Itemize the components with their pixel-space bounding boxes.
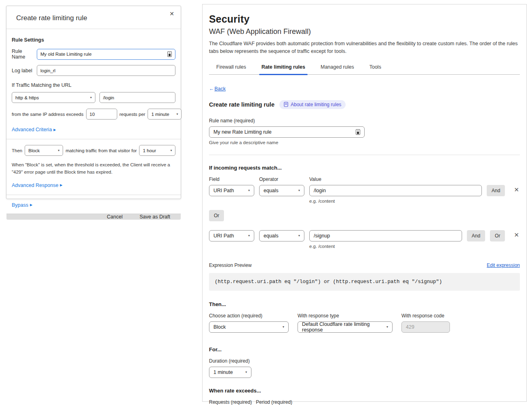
- back-link[interactable]: ← Back: [209, 86, 226, 92]
- remove-condition-icon[interactable]: ✕: [513, 230, 520, 239]
- divider: [6, 195, 181, 195]
- url-input[interactable]: /login: [99, 92, 175, 103]
- advanced-criteria-link[interactable]: Advanced Criteria ▶: [12, 127, 56, 132]
- chevron-down-icon: ▾: [248, 234, 250, 237]
- autofill-icon: [356, 129, 360, 135]
- waf-tabs: Firewall rules Rate limiting rules Manag…: [209, 64, 520, 75]
- or-button[interactable]: Or: [209, 210, 224, 221]
- traffic-match-heading: If Traffic Matching the URL: [12, 82, 175, 88]
- requests-column: Requests (required) 10: [209, 399, 252, 405]
- then-heading: Then...: [209, 301, 520, 307]
- rule-name-input[interactable]: My new Rate Limiting rule: [209, 126, 365, 138]
- about-badge-label: About rate limiting rules: [291, 102, 341, 107]
- then-section: Then... Choose action (required) Block ▾…: [209, 301, 520, 333]
- response-type-value: Default Cloudflare rate limiting respons…: [302, 321, 383, 333]
- period-column: Period (required) 1 minute ▾: [256, 399, 302, 405]
- and-button[interactable]: And: [467, 230, 485, 241]
- rule-name-label: Rule Name: [12, 48, 37, 60]
- period-value: 1 minute: [151, 112, 169, 117]
- close-icon[interactable]: ✕: [169, 11, 174, 17]
- waf-description: The Cloudflare WAF provides both automat…: [209, 40, 520, 55]
- operator-select[interactable]: equals ▾: [259, 230, 304, 241]
- about-rate-limiting-link[interactable]: About rate limiting rules: [279, 100, 346, 109]
- log-label-label: Log label: [12, 68, 37, 73]
- match-section: If incoming requests match... Field Oper…: [209, 165, 520, 249]
- advanced-response-link[interactable]: Advanced Response ▶: [12, 183, 63, 188]
- url-value: /login: [103, 95, 114, 100]
- cancel-button[interactable]: Cancel: [107, 214, 122, 220]
- chevron-down-icon: ▾: [283, 325, 284, 329]
- modal-body: Rule Settings Rule Name My old Rate Limi…: [6, 29, 181, 214]
- save-as-draft-button[interactable]: Save as Draft: [139, 214, 170, 220]
- operator-select[interactable]: equals ▾: [259, 185, 304, 196]
- back-label: Back: [215, 86, 226, 92]
- response-code-value: 429: [406, 324, 414, 330]
- url-match-row: http & https ▾ /login: [12, 92, 175, 103]
- chevron-down-icon: ▾: [245, 370, 247, 374]
- response-type-column: With response type Default Cloudflare ra…: [298, 313, 393, 333]
- match-column-labels: Field Operator Value: [209, 176, 520, 182]
- tab-rate-limiting-rules[interactable]: Rate limiting rules: [259, 64, 308, 74]
- period-select[interactable]: 1 minute ▾: [148, 109, 182, 120]
- chevron-down-icon: ▾: [298, 189, 300, 192]
- remove-condition-icon[interactable]: ✕: [513, 185, 520, 194]
- expression-code: (http.request.uri.path eq "/login") or (…: [209, 273, 520, 291]
- form-title: Create rate limiting rule: [209, 101, 274, 108]
- action-column: Choose action (required) Block ▾: [209, 313, 289, 333]
- page-title: Security: [209, 13, 520, 25]
- requests-suffix-text: requests per: [120, 112, 146, 117]
- rule-name-value: My old Rate Limiting rule: [40, 52, 92, 57]
- and-button[interactable]: And: [487, 185, 505, 196]
- choose-action-select[interactable]: Block ▾: [209, 321, 289, 333]
- advanced-response-label: Advanced Response: [12, 183, 58, 188]
- rule-name-value: My new Rate Limiting rule: [213, 129, 272, 135]
- bypass-label: Bypass: [12, 202, 28, 208]
- response-type-select[interactable]: Default Cloudflare rate limiting respons…: [298, 321, 393, 333]
- requests-input[interactable]: 10: [86, 109, 117, 120]
- edit-expression-link[interactable]: Edit expression: [487, 262, 520, 268]
- duration-label: Duration (required): [209, 358, 520, 364]
- duration-select[interactable]: 1 minute ▾: [209, 367, 251, 378]
- field-select[interactable]: URI Path ▾: [209, 185, 254, 196]
- value-hint: e.g. /content: [309, 199, 482, 204]
- rate-section: When rate exceeds... Requests (required)…: [209, 388, 520, 405]
- modal-header: Create rate limiting rule ✕: [6, 6, 181, 29]
- modal-footer: Cancel Save as Draft: [6, 214, 181, 220]
- scheme-select[interactable]: http & https ▾: [12, 92, 95, 103]
- action-select[interactable]: Block ▾: [25, 145, 63, 156]
- period-label: Period (required): [256, 399, 302, 405]
- bypass-link[interactable]: Bypass ▶: [12, 202, 32, 208]
- exceeds-prefix-text: from the same IP address exceeds: [12, 112, 84, 117]
- chevron-down-icon: ▾: [298, 234, 300, 237]
- expression-preview-label: Expression Preview: [209, 262, 251, 268]
- condition-row: URI Path ▾ equals ▾ /signup e.g. /conten…: [209, 230, 520, 249]
- field-column-label: Field: [209, 176, 259, 182]
- response-code-column: With response code 429: [401, 313, 450, 333]
- rate-heading: When rate exceeds...: [209, 388, 520, 394]
- tab-managed-rules[interactable]: Managed rules: [318, 64, 357, 74]
- expression-preview-row: Expression Preview Edit expression: [209, 262, 520, 268]
- rule-name-input[interactable]: My old Rate Limiting rule: [37, 49, 175, 60]
- modal-title: Create rate limiting rule: [16, 14, 171, 22]
- page-subtitle: WAF (Web Application Firewall): [209, 27, 520, 36]
- for-section: For... Duration (required) 1 minute ▾: [209, 346, 520, 378]
- value-hint: e.g. /content: [309, 244, 462, 249]
- value-input[interactable]: /login: [309, 185, 482, 196]
- requests-value: 10: [90, 112, 95, 117]
- operator-value: equals: [264, 188, 279, 193]
- tab-firewall-rules[interactable]: Firewall rules: [214, 64, 249, 74]
- tab-tools[interactable]: Tools: [367, 64, 384, 74]
- field-select[interactable]: URI Path ▾: [209, 230, 254, 241]
- disclosure-icon: ▶: [60, 183, 62, 187]
- block-duration-select[interactable]: 1 hour ▾: [139, 145, 175, 156]
- screen: Create rate limiting rule ✕ Rule Setting…: [0, 0, 532, 405]
- disclosure-icon: ▶: [53, 128, 56, 132]
- log-label-input[interactable]: login_rl: [37, 65, 175, 76]
- for-heading: For...: [209, 346, 520, 353]
- divider: [6, 139, 181, 139]
- value-input[interactable]: /signup: [309, 230, 462, 241]
- then-row: Then Block ▾ matching traffic from that …: [12, 145, 175, 156]
- or-button[interactable]: Or: [490, 230, 505, 241]
- divider: [209, 155, 520, 155]
- chevron-down-icon: ▾: [386, 325, 388, 329]
